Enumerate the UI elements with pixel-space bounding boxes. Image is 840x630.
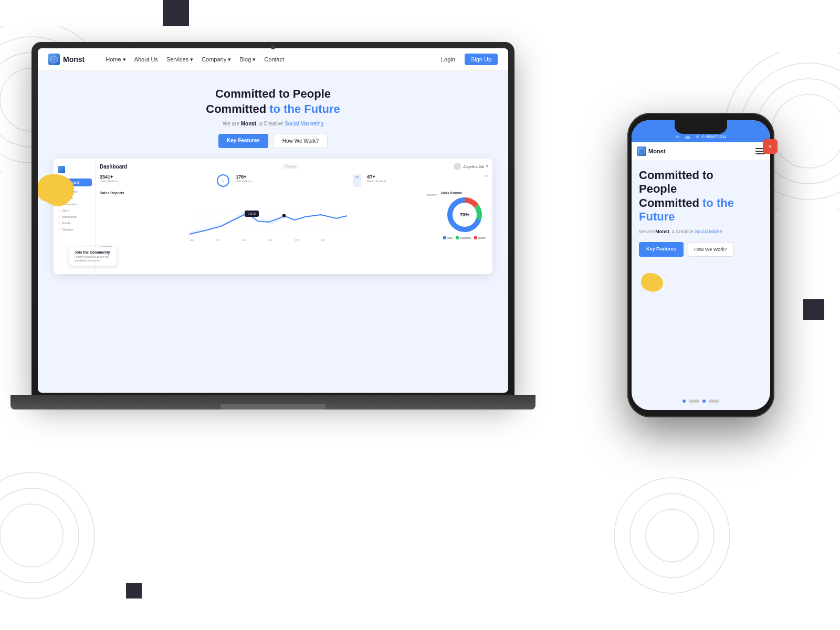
nav-link-home[interactable]: Home ▾ [106, 56, 125, 63]
phone-number-icon: ✆ [696, 135, 699, 139]
hero-title-highlight: to the Future [269, 102, 340, 116]
dashboard-title: Dashboard [100, 164, 127, 170]
nav-link-blog[interactable]: Blog ▾ [239, 56, 256, 63]
laptop-nav-logo: Monst [48, 54, 85, 65]
login-button[interactable]: Login [436, 54, 460, 65]
phone-hero-subtitle: We are Monst, a Creative Social Marke [639, 228, 763, 235]
sales-chart-area: Sales Reports Weekly 3,672 [100, 191, 437, 248]
legend-sale-dot [443, 236, 446, 239]
svg-point-4 [0, 504, 63, 567]
svg-point-11 [646, 509, 698, 562]
phone-carousel-dots [632, 395, 770, 407]
svg-text:Jan: Jan [190, 238, 194, 242]
hero-buttons: Key Features How We Work? [48, 134, 498, 148]
line-chart-svg: Jan Feb Mar Apr May Jun [100, 200, 437, 242]
svg-point-5 [0, 488, 79, 583]
hamburger-line-3 [755, 153, 765, 154]
svg-text:May: May [295, 238, 300, 242]
yellow-blob [38, 169, 80, 213]
svg-text:Mar: Mar [242, 238, 247, 242]
stat-users-label: Users Products [100, 180, 211, 183]
laptop-hero: Committed to People Committed to the Fut… [38, 71, 508, 153]
nav-link-company[interactable]: Company ▾ [202, 56, 231, 63]
nav-link-about[interactable]: About Us [134, 56, 158, 62]
community-card: Join the Community Find the best ways to… [96, 247, 117, 266]
dashboard-mockup: Dashboard Transaction Reports Documents … [54, 159, 492, 274]
phone-how-we-work-button[interactable]: How We Work? [688, 242, 734, 257]
legend-sale: Sale [443, 236, 453, 239]
hero-title: Committed to People Committed to the Fut… [48, 87, 498, 117]
stat-hub-value: 178+ [236, 174, 346, 180]
sidebar-notification[interactable]: Notification [54, 214, 95, 220]
dashboard-main: Dashboard Search Angelina Joli ▾ 234 [96, 159, 492, 274]
svg-point-12 [630, 494, 714, 578]
svg-text:Apr: Apr [268, 238, 272, 242]
dashboard-header: Dashboard Search Angelina Joli ▾ [100, 163, 488, 170]
phone-yellow-blob-area [632, 265, 770, 302]
donut-percent-label: 70% [460, 212, 469, 217]
sidebar-settings[interactable]: Settings [54, 226, 95, 233]
sales-report-panel: Sales Reports [441, 191, 488, 248]
rings-bottom-left [0, 462, 126, 609]
signup-button[interactable]: Sign Up [465, 54, 498, 65]
nav-link-contact[interactable]: Contact [264, 56, 284, 62]
legend-return: Return [474, 236, 486, 239]
chart-tooltip: 3,672 [245, 211, 259, 217]
sales-report-title: Sales Reports [441, 191, 488, 194]
bg-square-top [163, 0, 189, 26]
dashboard-charts: Sales Reports Weekly 3,672 [100, 191, 488, 248]
legend-return-dot [474, 236, 477, 239]
key-features-button[interactable]: Key Features [218, 134, 268, 148]
bg-square-right [803, 299, 824, 320]
how-we-work-button[interactable]: How We Work? [274, 134, 328, 148]
phone-yellow-blob [639, 270, 665, 295]
legend-sale-label: Sale [447, 236, 453, 239]
bg-square-bottom [126, 583, 142, 598]
laptop-outer-frame: Monst Home ▾ About Us Services ▾ Company… [32, 42, 514, 399]
donut-legend: Sale Distribute Return [441, 236, 488, 239]
phone-screen: ✉ om ✆ ✆ 9806071234 [632, 120, 770, 410]
stat-return-value: 67+ [368, 174, 478, 180]
user-avatar [454, 163, 461, 170]
phone-device: ≡ ✉ om ✆ ✆ 9806071234 [627, 113, 780, 428]
phone-notch [675, 120, 727, 134]
sidebar-profile[interactable]: Profile [54, 220, 95, 226]
stat-hub: 178+ Hub Products [236, 174, 346, 187]
chart-title: Sales Reports [100, 191, 124, 195]
stat-hub-label: Hub Products [236, 180, 346, 183]
nav-link-services[interactable]: Services ▾ [166, 56, 193, 63]
phone-logo: Monst [637, 146, 665, 156]
community-text: Find the best ways to join our worldwide… [96, 255, 111, 262]
analytics-label: Analytics [100, 245, 437, 248]
username: Angelina Joli [463, 165, 484, 169]
laptop-nav: Monst Home ▾ About Us Services ▾ Company… [38, 48, 508, 71]
svg-point-13 [614, 478, 730, 593]
legend-distribute-label: Distribute [460, 236, 471, 239]
legend-return-label: Return [478, 236, 486, 239]
laptop-nav-links: Home ▾ About Us Services ▾ Company ▾ Blo… [106, 56, 425, 63]
phone-menu-button[interactable]: ≡ [763, 139, 778, 154]
legend-distribute-dot [456, 236, 459, 239]
phone-logo-text: Monst [648, 148, 665, 154]
logo-cube-icon [48, 54, 60, 65]
hero-title-line2: Committed [206, 102, 269, 116]
stat-users-icon: ↻ [217, 174, 229, 187]
phone-title-line3: Committed [639, 196, 702, 209]
dot-1 [682, 400, 686, 403]
rings-bottom-right [609, 472, 735, 598]
svg-text:Jun: Jun [321, 238, 325, 242]
stat-users-value: 2341+ [100, 174, 211, 180]
hero-title-line1: Committed to People [215, 87, 331, 100]
stat-return-change: 2% [485, 174, 488, 187]
phone-hero: Committed to People Committed to the Fut… [632, 160, 770, 265]
dot-4 [709, 400, 719, 403]
laptop-base [10, 395, 536, 410]
laptop-logo-text: Monst [63, 55, 85, 64]
phone-title-line1: Committed to [639, 169, 713, 182]
dashboard-search[interactable]: Search [282, 164, 299, 169]
phone-key-features-button[interactable]: Key Features [639, 242, 684, 257]
phone-nav: Monst [632, 142, 770, 160]
stat-users: 2341+ Users Products [100, 174, 211, 187]
dropdown-arrow[interactable]: ▾ [486, 164, 488, 169]
laptop-device: Monst Home ▾ About Us Services ▾ Company… [32, 42, 556, 436]
